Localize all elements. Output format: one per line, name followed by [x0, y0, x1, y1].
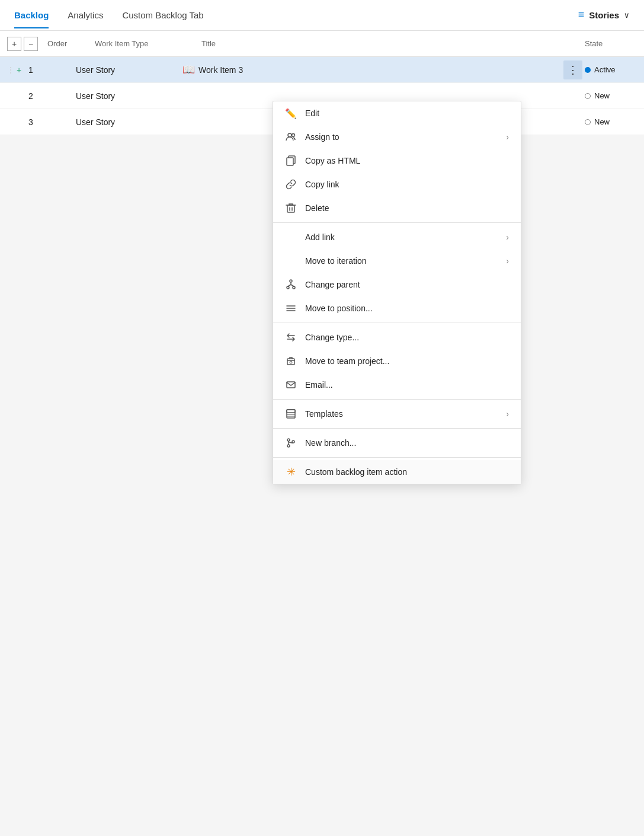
- remove-work-item-button[interactable]: −: [24, 37, 38, 51]
- tab-analytics[interactable]: Analytics: [68, 2, 103, 28]
- column-header-state: State: [585, 39, 644, 48]
- menu-label: Move to iteration: [305, 256, 498, 266]
- menu-label: Email...: [305, 380, 509, 390]
- menu-item-templates[interactable]: Templates ›: [273, 402, 521, 426]
- row-work-item-type: User Story: [76, 65, 182, 75]
- menu-label: Move to team project...: [305, 356, 509, 366]
- branch-icon: [285, 437, 297, 449]
- tab-custom-backlog[interactable]: Custom Backlog Tab: [122, 2, 203, 28]
- menu-divider: [273, 222, 521, 223]
- copy-icon: [285, 155, 297, 167]
- work-item-title-text: Work Item 3: [198, 65, 243, 75]
- menu-item-delete[interactable]: Delete: [273, 196, 521, 220]
- lines-icon: [285, 302, 297, 314]
- envelope-icon: [285, 379, 297, 391]
- filter-icon[interactable]: ≡: [578, 9, 585, 21]
- menu-item-custom-action[interactable]: ✳ Custom backlog item action: [273, 460, 521, 484]
- state-indicator: [585, 119, 591, 125]
- box-icon: [285, 355, 297, 367]
- menu-item-add-link[interactable]: Add link ›: [273, 225, 521, 249]
- menu-label: Templates: [305, 409, 498, 419]
- state-text: New: [594, 91, 610, 100]
- menu-label: Change parent: [305, 280, 509, 289]
- add-remove-buttons: + −: [7, 37, 38, 51]
- menu-divider: [273, 457, 521, 458]
- state-text: New: [594, 117, 610, 126]
- hierarchy-icon: [285, 279, 297, 291]
- placeholder-icon: [285, 255, 297, 267]
- menu-label: Change type...: [305, 333, 509, 342]
- submenu-arrow-icon: ›: [506, 256, 509, 266]
- work-item-icon: 📖: [182, 63, 195, 76]
- menu-item-edit[interactable]: ✏️ Edit: [273, 101, 521, 125]
- link-icon: [285, 178, 297, 190]
- row-title: 📖 Work Item 3: [182, 63, 563, 76]
- table-row[interactable]: ⋮ + 1 User Story 📖 Work Item 3 ⋮ Active: [0, 57, 644, 83]
- menu-item-change-parent[interactable]: Change parent: [273, 273, 521, 296]
- menu-label: Move to position...: [305, 304, 509, 313]
- submenu-arrow-icon: ›: [506, 132, 509, 142]
- row-work-item-type: User Story: [76, 117, 182, 127]
- menu-item-change-type[interactable]: Change type...: [273, 326, 521, 349]
- svg-point-1: [292, 134, 295, 137]
- row-state: New: [585, 91, 644, 100]
- menu-item-copy-html[interactable]: Copy as HTML: [273, 149, 521, 173]
- tab-backlog[interactable]: Backlog: [14, 2, 49, 28]
- nav-right: ≡ Stories ∨: [578, 9, 630, 21]
- menu-divider: [273, 399, 521, 400]
- column-header-title: Title: [201, 39, 585, 48]
- template-icon: [285, 408, 297, 420]
- row-order: 2: [28, 91, 76, 101]
- row-order: 3: [28, 117, 76, 127]
- menu-item-assign-to[interactable]: Assign to ›: [273, 125, 521, 149]
- svg-rect-17: [287, 410, 295, 413]
- row-state: Active: [585, 65, 644, 74]
- menu-label: Copy as HTML: [305, 156, 509, 165]
- column-header-order: Order: [47, 39, 95, 48]
- column-header-type: Work Item Type: [95, 39, 201, 48]
- submenu-arrow-icon: ›: [506, 232, 509, 242]
- submenu-arrow-icon: ›: [506, 409, 509, 419]
- trash-icon: [285, 202, 297, 214]
- svg-point-14: [290, 361, 292, 363]
- row-order: 1: [28, 65, 76, 75]
- row-work-item-type: User Story: [76, 91, 182, 101]
- menu-label: Edit: [305, 109, 509, 118]
- stories-chevron-icon[interactable]: ∨: [624, 11, 630, 20]
- menu-divider: [273, 428, 521, 429]
- people-icon: [285, 131, 297, 143]
- menu-item-new-branch[interactable]: New branch...: [273, 431, 521, 455]
- row-more-actions-button[interactable]: ⋮: [563, 60, 582, 79]
- state-text: Active: [594, 65, 615, 74]
- top-navigation: Backlog Analytics Custom Backlog Tab ≡ S…: [0, 0, 644, 31]
- arrows-icon: [285, 331, 297, 343]
- svg-rect-4: [287, 205, 294, 212]
- add-work-item-button[interactable]: +: [7, 37, 21, 51]
- stories-label[interactable]: Stories: [589, 10, 619, 20]
- svg-rect-15: [287, 382, 295, 388]
- svg-rect-16: [287, 410, 295, 418]
- menu-label: Delete: [305, 203, 509, 213]
- row-add-icon[interactable]: +: [17, 65, 28, 75]
- state-indicator: [585, 67, 591, 73]
- svg-point-0: [288, 133, 291, 137]
- table-header-row: + − Order Work Item Type Title State: [0, 31, 644, 57]
- menu-item-copy-link[interactable]: Copy link: [273, 173, 521, 196]
- row-state: New: [585, 117, 644, 126]
- menu-label: Copy link: [305, 180, 509, 189]
- pencil-icon: ✏️: [285, 107, 297, 119]
- placeholder-icon: [285, 231, 297, 243]
- context-menu: ✏️ Edit Assign to › Copy as HTML: [273, 101, 521, 484]
- menu-item-move-iteration[interactable]: Move to iteration ›: [273, 249, 521, 273]
- svg-rect-3: [287, 158, 293, 165]
- menu-divider: [273, 323, 521, 323]
- asterisk-icon: ✳: [285, 466, 297, 478]
- menu-label: Add link: [305, 232, 498, 242]
- menu-item-email[interactable]: Email...: [273, 373, 521, 397]
- menu-label: New branch...: [305, 438, 509, 448]
- menu-label: Assign to: [305, 132, 498, 142]
- menu-item-move-team[interactable]: Move to team project...: [273, 349, 521, 373]
- state-indicator: [585, 93, 591, 99]
- drag-handle: ⋮: [7, 66, 17, 74]
- menu-item-move-position[interactable]: Move to position...: [273, 296, 521, 320]
